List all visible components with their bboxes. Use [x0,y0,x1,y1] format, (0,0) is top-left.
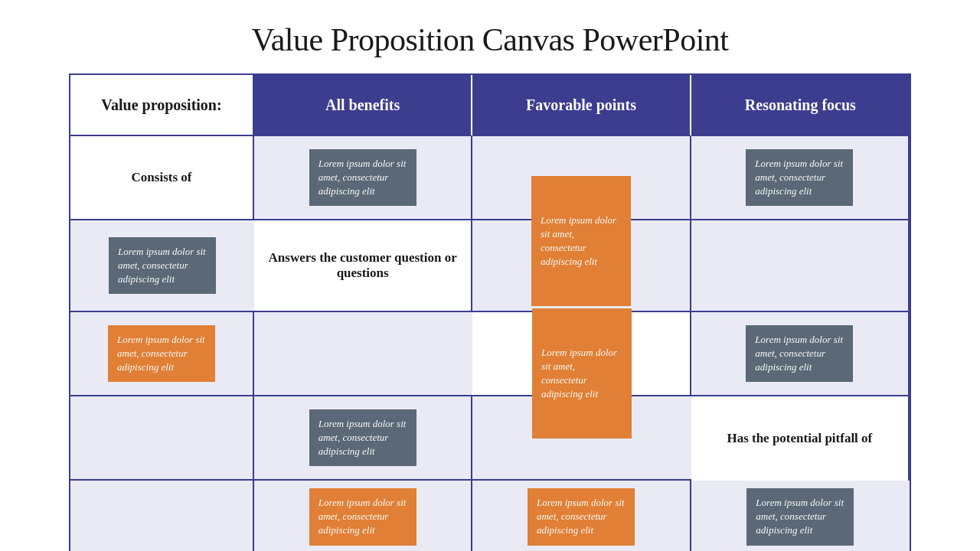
pitfall-col3: Lorem ipsum dolor sit amet, consectetur … [472,481,691,551]
consists-col4-box: Lorem ipsum dolor sit amet, consectetur … [109,237,216,295]
pitfall-col4-box: Lorem ipsum dolor sit amet, consectetur … [746,488,854,546]
pitfall-col2-box: Lorem ipsum dolor sit amet, consectetur … [309,488,416,546]
answers-label: Answers the customer question or questio… [262,250,463,281]
answers-col4 [254,312,472,396]
vp-label: Value proposition: [101,96,221,114]
requires-col3: Lorem ipsum dolor sit amet, consectetur … [254,396,472,481]
answers-col1-span-box: Lorem ipsum dolor sit amet, consectetur … [531,176,631,306]
header-col3-label: Resonating focus [745,96,856,114]
header-col1-label: All benefits [325,96,400,114]
pitfall-label: Has the potential pitfall of [727,431,872,446]
requires-col3-box: Lorem ipsum dolor sit amet, consectetur … [309,409,416,467]
table-grid: Value proposition: All benefits Favorabl… [70,75,910,551]
row-consists-label: Consists of [70,136,254,220]
pitfall-col1 [70,481,254,551]
header-col1: All benefits [254,75,472,136]
pitfall-col4: Lorem ipsum dolor sit amet, consectetur … [691,481,910,551]
consists-col1: Lorem ipsum dolor sit amet, consectetur … [254,136,472,220]
header-col2: Favorable points [472,75,691,136]
consists-col3: Lorem ipsum dolor sit amet, consectetur … [691,136,910,220]
row-answers-label: Answers the customer question or questio… [254,220,472,312]
canvas-table: Value proposition: All benefits Favorabl… [69,73,911,551]
consists-label: Consists of [132,170,192,185]
header-col2-label: Favorable points [526,96,636,114]
answers-col1: Lorem ipsum dolor sit amet, consectetur … [472,220,691,312]
answers-col3: Lorem ipsum dolor sit amet, consectetur … [70,312,254,396]
requires-col4-span-box: Lorem ipsum dolor sit amet, consectetur … [532,308,632,439]
answers-col2 [691,220,910,312]
header-col3: Resonating focus [691,75,910,136]
requires-col1-box: Lorem ipsum dolor sit amet, consectetur … [746,325,853,383]
pitfall-col3-box: Lorem ipsum dolor sit amet, consectetur … [528,488,635,546]
pitfall-col2: Lorem ipsum dolor sit amet, consectetur … [254,481,472,551]
answers-col3-box: Lorem ipsum dolor sit amet, consectetur … [108,325,215,383]
row-pitfall-label: Has the potential pitfall of [691,396,910,481]
requires-col2 [70,396,254,481]
requires-col4: Lorem ipsum dolor sit amet, consectetur … [472,396,691,481]
header-vp-cell: Value proposition: [70,75,254,136]
consists-col4: Lorem ipsum dolor sit amet, consectetur … [70,220,254,312]
consists-col1-box: Lorem ipsum dolor sit amet, consectetur … [309,149,416,207]
requires-col1: Lorem ipsum dolor sit amet, consectetur … [691,312,910,396]
consists-col3-box: Lorem ipsum dolor sit amet, consectetur … [746,149,853,207]
page-title: Value Proposition Canvas PowerPoint [0,0,980,73]
